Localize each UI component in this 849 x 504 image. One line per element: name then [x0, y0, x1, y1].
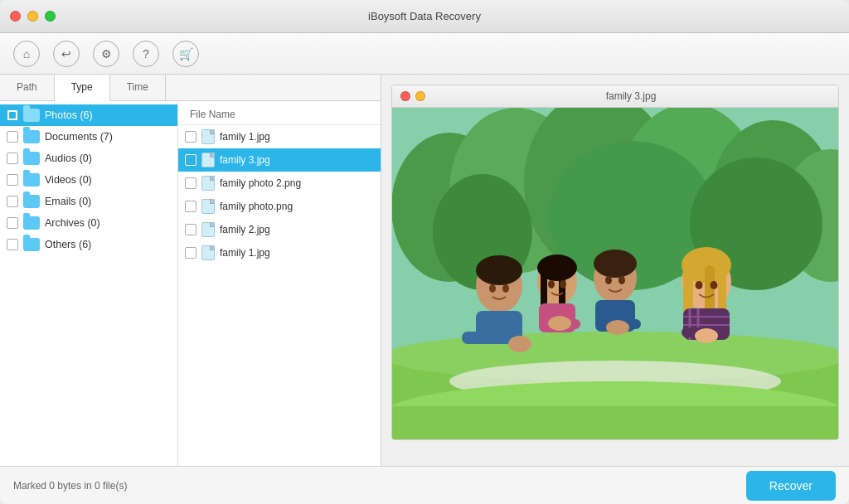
category-tree: Photos (6) Documents (7) Audios (0) Vide…: [0, 101, 178, 466]
svg-rect-22: [541, 267, 547, 308]
file-3-icon: [201, 176, 215, 191]
svg-point-30: [594, 250, 637, 278]
status-text: Marked 0 bytes in 0 file(s): [13, 480, 127, 492]
svg-point-18: [489, 284, 496, 293]
maximize-button[interactable]: [45, 11, 56, 22]
file-item[interactable]: family 1.jpg: [178, 241, 381, 264]
tab-path[interactable]: Path: [0, 75, 55, 100]
others-folder-icon: [23, 238, 40, 251]
file-item-selected[interactable]: family 3.jpg: [178, 148, 381, 172]
recover-button[interactable]: Recover: [746, 471, 836, 501]
svg-rect-38: [683, 265, 693, 315]
family-photo: [392, 108, 838, 439]
preview-panel: family 3.jpg: [381, 75, 849, 466]
category-audios-checkbox[interactable]: [7, 153, 18, 164]
svg-rect-51: [392, 406, 838, 439]
category-archives-checkbox[interactable]: [7, 217, 18, 229]
file-4-icon: [201, 199, 215, 214]
help-icon[interactable]: ?: [133, 41, 159, 67]
category-photos-checkbox[interactable]: [7, 109, 18, 121]
preview-title: family 3.jpg: [432, 90, 830, 102]
category-photos[interactable]: Photos (6): [0, 104, 177, 126]
audios-folder-icon: [23, 152, 40, 165]
svg-point-26: [548, 316, 571, 331]
file-3-checkbox[interactable]: [185, 177, 196, 189]
file-item[interactable]: family 2.jpg: [178, 218, 381, 241]
file-list: File Name family 1.jpg family 3.jpg fami…: [178, 101, 381, 466]
category-audios[interactable]: Audios (0): [0, 148, 177, 169]
back-icon[interactable]: ↩: [53, 41, 80, 67]
archives-folder-icon: [23, 216, 40, 230]
category-archives[interactable]: Archives (0): [0, 212, 177, 234]
close-button[interactable]: [10, 11, 21, 22]
file-1-name: family 1.jpg: [220, 131, 270, 143]
file-6-name: family 1.jpg: [220, 247, 270, 259]
preview-window-controls: [400, 91, 425, 101]
preview-titlebar: family 3.jpg: [392, 85, 838, 108]
svg-point-27: [548, 280, 555, 288]
window-controls: [10, 11, 56, 22]
file-4-name: family photo.png: [220, 201, 293, 212]
category-documents[interactable]: Documents (7): [0, 126, 177, 148]
file-4-checkbox[interactable]: [185, 201, 196, 212]
category-emails[interactable]: Emails (0): [0, 191, 177, 212]
tab-type[interactable]: Type: [55, 75, 110, 101]
file-2-icon: [201, 153, 215, 167]
emails-folder-icon: [23, 195, 40, 208]
svg-point-14: [476, 255, 522, 285]
file-5-checkbox[interactable]: [185, 224, 196, 235]
svg-point-19: [502, 284, 509, 293]
preview-minimize-button[interactable]: [415, 91, 425, 101]
svg-point-35: [619, 276, 625, 284]
settings-icon[interactable]: ⚙: [93, 41, 119, 67]
file-item[interactable]: family 1.jpg: [178, 125, 381, 148]
category-emails-checkbox[interactable]: [7, 196, 18, 207]
file-1-checkbox[interactable]: [185, 131, 196, 143]
category-others[interactable]: Others (6): [0, 234, 177, 255]
svg-point-33: [606, 320, 629, 335]
file-3-name: family photo 2.png: [220, 177, 301, 189]
tab-time[interactable]: Time: [110, 75, 166, 100]
file-6-checkbox[interactable]: [185, 247, 196, 259]
svg-point-28: [560, 280, 566, 288]
file-5-icon: [201, 222, 215, 237]
split-pane: Photos (6) Documents (7) Audios (0) Vide…: [0, 101, 381, 466]
svg-point-48: [696, 281, 703, 289]
cart-icon[interactable]: 🛒: [172, 41, 199, 67]
left-panel: Path Type Time Photos (6) Documents (7): [0, 75, 381, 466]
file-item[interactable]: family photo.png: [178, 195, 381, 218]
svg-point-49: [711, 281, 718, 289]
file-item[interactable]: family photo 2.png: [178, 172, 381, 195]
category-videos-checkbox[interactable]: [7, 174, 18, 186]
category-documents-label: Documents (7): [45, 131, 113, 143]
category-emails-label: Emails (0): [45, 196, 91, 207]
category-others-checkbox[interactable]: [7, 239, 18, 250]
photos-folder-icon: [23, 109, 40, 122]
toolbar: ⌂ ↩ ⚙ ? 🛒: [0, 33, 849, 75]
file-list-header-label: File Name: [190, 109, 235, 120]
tabs: Path Type Time: [0, 75, 381, 101]
home-icon[interactable]: ⌂: [13, 41, 40, 67]
category-audios-label: Audios (0): [45, 153, 92, 164]
category-photos-label: Photos (6): [45, 109, 93, 121]
title-bar: iBoysoft Data Recovery: [0, 0, 849, 33]
preview-close-button[interactable]: [400, 91, 410, 101]
videos-folder-icon: [23, 173, 40, 187]
svg-point-47: [695, 328, 718, 343]
svg-point-17: [508, 336, 531, 352]
main-content: Path Type Time Photos (6) Documents (7): [0, 75, 849, 466]
app-title: iBoysoft Data Recovery: [368, 10, 481, 22]
category-documents-checkbox[interactable]: [7, 131, 18, 143]
file-2-checkbox[interactable]: [185, 154, 196, 166]
category-videos-label: Videos (0): [45, 174, 92, 186]
svg-rect-40: [718, 265, 726, 313]
preview-window: family 3.jpg: [391, 85, 839, 440]
category-videos[interactable]: Videos (0): [0, 169, 177, 191]
documents-folder-icon: [23, 130, 40, 143]
category-others-label: Others (6): [45, 239, 91, 250]
file-list-header: File Name: [178, 104, 381, 125]
category-archives-label: Archives (0): [45, 217, 100, 229]
svg-point-34: [605, 276, 612, 284]
minimize-button[interactable]: [27, 11, 38, 22]
status-bar: Marked 0 bytes in 0 file(s) Recover: [0, 466, 849, 504]
